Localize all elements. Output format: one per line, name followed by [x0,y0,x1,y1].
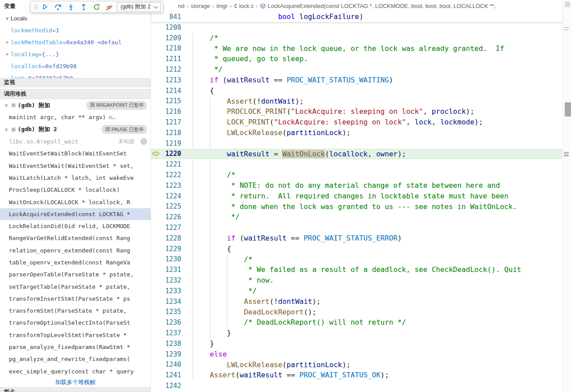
callstack-frame-row[interactable]: WaitLatch(Latch * latch, int wakeEve [0,172,151,184]
line-number[interactable]: 1225 [161,202,181,210]
chevron-down-icon[interactable]: ∨ [3,127,10,132]
glyph-margin[interactable] [151,191,161,202]
chevron-down-icon[interactable]: ∨ [3,102,10,108]
code-line[interactable]: 1233 */ [151,286,563,296]
code-line[interactable]: 1232 * now. [151,275,563,286]
disconnect-button[interactable] [103,2,116,12]
callstack-frame-row[interactable]: exec_simple_query(const char * query [0,365,151,377]
glyph-margin[interactable] [151,33,161,43]
code-line[interactable]: 1221 [151,159,563,170]
callstack-frame-row[interactable]: setTargetTable(ParseState * pstate, [0,280,151,292]
callstack-session-row[interactable]: ∨(gdb) 附加 2因 PAUSE 已暂停 [0,124,151,136]
glyph-margin[interactable] [151,22,161,33]
line-number[interactable]: 1211 [161,55,181,63]
line-number[interactable]: 1228 [161,234,181,242]
breadcrumb-file[interactable]: lock.c [239,3,254,9]
callstack-frame-row[interactable]: pg_analyze_and_rewrite_fixedparams( [0,353,151,365]
callstack-section-header[interactable]: 调用堆栈 [0,89,151,99]
line-number[interactable]: 1215 [161,97,181,105]
code-line[interactable]: 1210 * We are now in the lock queue, or … [151,43,563,54]
variable-row[interactable]: lockmethodid = 1 [0,24,151,36]
current-frame-arrow-icon[interactable] [151,149,161,159]
restart-button[interactable] [90,2,103,12]
callstack-frame-row[interactable]: relation_openrv_extended(const Rang [0,245,151,256]
step-over-button[interactable] [51,2,64,12]
glyph-margin[interactable] [151,254,161,265]
callstack-frame-row[interactable]: WaitEventSetWait(WaitEventSet * set, [0,159,151,171]
grip-handle-icon[interactable] [33,4,39,11]
glyph-margin[interactable] [151,96,161,107]
glyph-margin[interactable] [151,128,161,138]
chevron-right-icon[interactable]: > [4,39,11,45]
code-line[interactable]: 1218 LWLockRelease(partitionLock); [151,128,563,138]
glyph-margin[interactable] [151,244,161,254]
code-line[interactable]: 1214 { [151,85,563,96]
callstack-frame-row[interactable]: LockAcquireExtended(const LOCKTAG * [0,208,151,220]
sticky-scroll-line[interactable]: 841 bool logLockFailure) [151,12,563,22]
line-number[interactable]: 1242 [161,382,181,390]
glyph-margin[interactable] [151,233,161,244]
code-line[interactable]: 1238 } [151,338,563,349]
glyph-margin[interactable] [151,275,161,286]
glyph-margin[interactable] [151,360,161,370]
glyph-margin[interactable] [151,296,161,307]
variable-row[interactable]: locallock = 0xfd29b98 [0,60,151,72]
glyph-margin[interactable] [151,338,161,349]
step-into-button[interactable] [64,2,77,12]
glyph-margin[interactable] [151,380,161,391]
line-number[interactable]: 1209 [161,34,181,42]
code-line[interactable]: 1215 Assert(!dontWait); [151,96,563,107]
line-number[interactable]: 1240 [161,361,181,369]
callstack-frame-row[interactable]: transformInsertStmt(ParseState * ps [0,293,151,305]
glyph-margin[interactable] [151,159,161,170]
glyph-margin[interactable] [151,370,161,380]
line-number[interactable]: 1239 [161,350,181,358]
code-line[interactable]: 1220 waitResult = WaitOnLock(locallock, … [151,149,563,159]
line-number[interactable]: 1216 [161,108,181,116]
code-line[interactable]: 1229 { [151,244,563,254]
code-line[interactable]: 1216 PROCLOCK_PRINT("LockAcquire: sleepi… [151,106,563,117]
chevron-down-icon[interactable]: ∨ [4,16,11,21]
line-number[interactable]: 1232 [161,276,181,284]
glyph-margin[interactable] [151,43,161,54]
callstack-frame-row[interactable]: LockRelationOid(Oid relid, LOCKMODE [0,220,151,232]
code-line[interactable]: 1209 /* [151,33,563,43]
chevron-right-icon[interactable]: > [4,51,11,57]
glyph-margin[interactable] [151,85,161,96]
callstack-frame-row[interactable]: transformStmt(ParseState * pstate, [0,305,151,317]
line-number[interactable]: 1237 [161,329,181,337]
line-number[interactable]: 1231 [161,266,181,274]
callstack-frame-row[interactable]: WaitOnLock(LOCALLOCK * locallock, R [0,196,151,208]
line-number[interactable]: 1229 [161,245,181,253]
code-line[interactable]: 1219 [151,138,563,149]
glyph-margin[interactable] [151,180,161,191]
glyph-margin[interactable] [151,349,161,360]
continue-button[interactable] [39,2,51,12]
code-line[interactable]: 1225 * done when the lock was granted to… [151,202,563,212]
code-line[interactable]: 1211 * queued, go to sleep. [151,54,563,64]
variable-row[interactable]: >localtag = {...} [0,48,151,60]
line-number[interactable]: 1220 [161,150,181,158]
line-number[interactable]: 1223 [161,182,181,190]
line-number[interactable]: 1230 [161,255,181,263]
glyph-margin[interactable] [151,264,161,275]
line-number[interactable]: 1222 [161,171,181,179]
code-line[interactable]: 1224 * return. All required changes in l… [151,191,563,202]
code-line[interactable]: 1228 if (waitResult == PROC_WAIT_STATUS_… [151,233,563,244]
code-line[interactable]: 1222 /* [151,170,563,180]
glyph-margin[interactable] [151,64,161,75]
callstack-frame-row[interactable]: table_openrv_extended(const RangeVa [0,256,151,268]
glyph-margin[interactable] [151,212,161,222]
variable-row[interactable]: lock = 0x7f0707c57b0 [0,72,151,78]
line-number[interactable]: 1226 [161,213,181,221]
code-line[interactable]: 1240 LWLockRelease(partitionLock); [151,360,563,370]
code-line[interactable]: 1241 Assert(waitResult == PROC_WAIT_STAT… [151,370,563,380]
variable-row[interactable]: >lockMethodTable = 0xe4a340 <defaul [0,36,151,48]
line-number[interactable]: 1212 [161,66,181,74]
code-line[interactable]: 1239 else [151,349,563,360]
line-number[interactable]: 1235 [161,308,181,316]
breakpoints-section-header[interactable]: 断点 [0,387,151,392]
glyph-margin[interactable] [151,106,161,117]
glyph-margin[interactable] [151,54,161,64]
code-line[interactable]: 1227 [151,222,563,233]
